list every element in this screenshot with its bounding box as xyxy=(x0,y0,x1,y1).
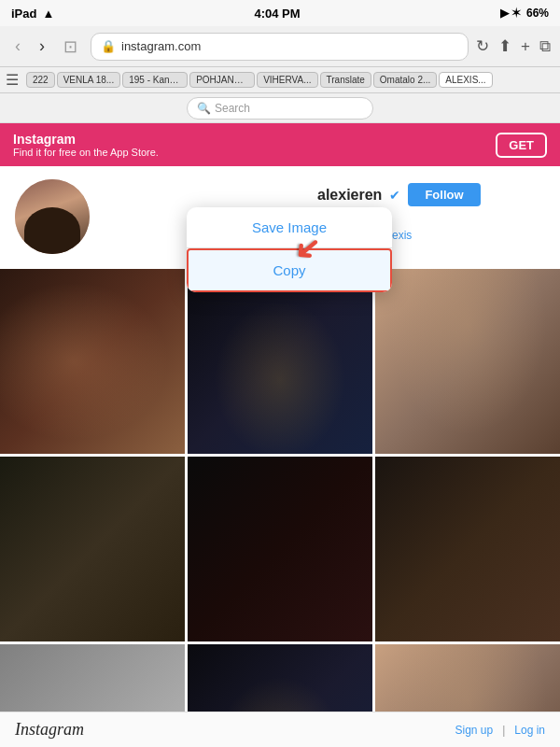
wifi-icon: ▲ xyxy=(42,7,54,21)
photo-cell-4[interactable] xyxy=(0,457,185,641)
login-link[interactable]: Log in xyxy=(514,724,545,737)
share-button[interactable]: ⬆ xyxy=(498,36,511,56)
verified-icon: ✔ xyxy=(389,188,400,203)
reload-button[interactable]: ↻ xyxy=(476,36,489,56)
profile-area: Save Image Copy alexieren ✔ Follow 239 f… xyxy=(0,166,560,261)
username: alexieren xyxy=(317,187,382,204)
follow-button[interactable]: Follow xyxy=(408,183,480,206)
tab-omatalo[interactable]: Omatalo 2... xyxy=(373,72,437,88)
copy-menu-item[interactable]: Copy xyxy=(187,248,392,292)
ig-banner-title: Instagram xyxy=(13,132,159,147)
tab-venla[interactable]: VENLA 18... xyxy=(57,72,120,88)
get-app-button[interactable]: GET xyxy=(496,133,547,158)
tab-translate[interactable]: Translate xyxy=(320,72,371,88)
hamburger-icon[interactable]: ☰ xyxy=(6,71,19,89)
bookmark-button[interactable]: ⊡ xyxy=(58,35,83,59)
search-input[interactable]: 🔍 Search xyxy=(187,97,373,120)
username-row: alexieren ✔ Follow xyxy=(317,183,545,206)
status-time: 4:04 PM xyxy=(254,7,300,21)
photo-cell-6[interactable] xyxy=(375,457,560,641)
footer-links: Sign up | Log in xyxy=(455,724,545,737)
tabs-button[interactable]: ⧉ xyxy=(539,37,551,56)
lock-icon: 🔒 xyxy=(101,39,116,53)
photo-grid xyxy=(0,269,560,747)
avatar xyxy=(15,179,90,254)
tab-222[interactable]: 222 xyxy=(26,72,55,88)
photo-cell-2[interactable] xyxy=(188,269,372,454)
browser-nav: ‹ › ⊡ 🔒 instagram.com ↻ ⬆ + ⧉ xyxy=(0,26,560,67)
footer-logo: Instagram xyxy=(15,720,84,740)
back-button[interactable]: ‹ xyxy=(9,35,26,58)
photo-cell-5[interactable] xyxy=(188,457,372,641)
avatar-image xyxy=(15,179,90,254)
profile-row: Save Image Copy alexieren ✔ Follow 239 f… xyxy=(15,179,545,254)
ig-banner-subtitle: Find it for free on the App Store. xyxy=(13,147,159,158)
status-right: ▶ ✶ 66% xyxy=(500,7,549,20)
footer-divider: | xyxy=(502,724,505,737)
forward-button[interactable]: › xyxy=(34,35,50,58)
search-bar-row: 🔍 Search xyxy=(0,93,560,123)
signal-icon: ▶ ✶ xyxy=(500,7,521,20)
url-actions: ↻ ⬆ + ⧉ xyxy=(476,36,551,56)
ig-app-banner: Instagram Find it for free on the App St… xyxy=(0,123,560,166)
battery-label: 66% xyxy=(526,7,549,20)
tab-pohjanm[interactable]: POHJANM... xyxy=(189,72,255,88)
new-tab-button[interactable]: + xyxy=(521,37,530,56)
ig-banner-text: Instagram Find it for free on the App St… xyxy=(13,132,159,158)
status-bar: iPad ▲ 4:04 PM ▶ ✶ 66% xyxy=(0,0,560,26)
url-bar[interactable]: 🔒 instagram.com xyxy=(91,33,469,61)
device-label: iPad xyxy=(11,7,36,21)
photo-cell-3[interactable] xyxy=(375,269,560,454)
tab-alexis[interactable]: ALEXIS... xyxy=(439,72,492,88)
url-text: instagram.com xyxy=(121,39,201,53)
page-footer: Instagram Sign up | Log in xyxy=(0,712,560,747)
search-placeholder: Search xyxy=(215,102,250,115)
tabs-row: ☰ 222 VENLA 18... 195 - Kann... POHJANM.… xyxy=(0,67,560,93)
status-left: iPad ▲ xyxy=(11,7,54,21)
tab-viherva[interactable]: VIHERVA... xyxy=(257,72,317,88)
signup-link[interactable]: Sign up xyxy=(455,724,493,737)
search-icon: 🔍 xyxy=(197,102,211,115)
photo-cell-1[interactable] xyxy=(0,269,185,454)
tab-195[interactable]: 195 - Kann... xyxy=(122,72,188,88)
